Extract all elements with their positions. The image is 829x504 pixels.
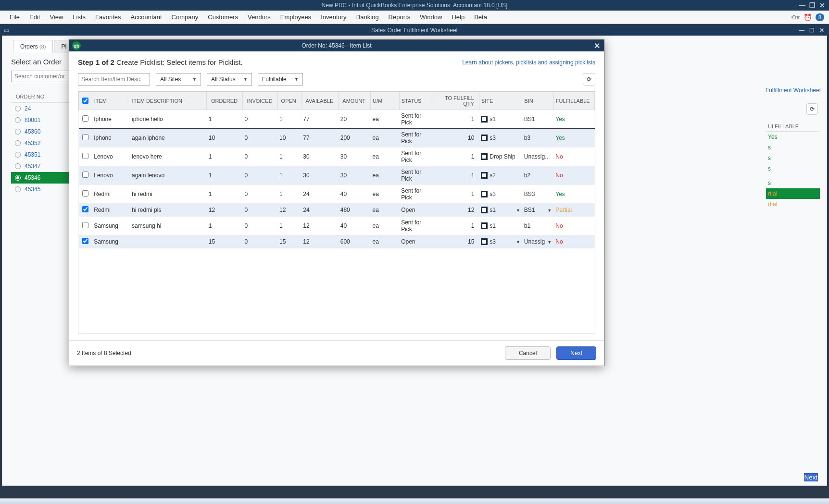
table-row[interactable]: Redmihi redmi1012440eaSent for Pick1s3BS… [79,185,595,204]
chevron-down-icon[interactable]: ▼ [516,208,520,213]
fulfillment-worksheet-link[interactable]: Fulfillment Worksheet [766,87,821,94]
table-row[interactable]: Samsungsamsung hi1011240eaSent for Pick1… [79,217,595,235]
col-status[interactable]: STATUS [399,92,433,110]
chevron-down-icon[interactable]: ▼ [547,208,552,213]
col-invoiced[interactable]: INVOICED [242,92,277,110]
cell-bin[interactable]: Unassig... [522,148,553,166]
chevron-down-icon[interactable]: ▼ [516,240,520,245]
cell-tofulfill[interactable]: 1 [433,217,479,235]
cell-bin[interactable]: BS1▼ [522,204,553,217]
cell-bin[interactable]: BS3 [522,185,553,204]
menu-item-company[interactable]: Company [167,12,203,23]
modal-close-icon[interactable]: ✕ [594,41,600,50]
cell-tofulfill[interactable]: 1 [433,110,479,129]
menu-item-file[interactable]: File [5,12,25,23]
next-button[interactable]: Next [556,346,596,360]
col-amount[interactable]: AMOUNT [339,92,371,110]
table-row[interactable]: Lenovolenovo here1013030eaSent for Pick1… [79,148,595,166]
col-tofulfill[interactable]: TO FULFILL QTY [433,92,479,110]
table-row[interactable]: Redmihi redmi pls1201224480eaOpen12s1▼BS… [79,204,595,217]
cell-bin[interactable]: b3 [522,129,553,148]
menu-item-window[interactable]: Window [415,12,447,23]
cell-bin[interactable]: BS1 [522,110,553,129]
status-filter-dropdown[interactable]: All Status▼ [207,73,252,86]
row-checkbox[interactable] [82,238,88,244]
table-row[interactable]: Samsung1501512600eaOpen15s3▼Unassig▼No [79,235,595,248]
cell-site[interactable]: s1▼ [479,204,522,217]
learn-picklists-link[interactable]: Learn about pickers, picklists and assig… [462,59,595,66]
cell-tofulfill[interactable]: 1 [433,166,479,185]
cell-bin[interactable]: Unassig▼ [522,235,553,248]
reminder-clock-icon[interactable]: ⏰ [804,13,812,21]
menu-item-customers[interactable]: Customers [203,12,243,23]
menu-item-employees[interactable]: Employees [276,12,316,23]
inner-close-icon[interactable]: ✕ [819,27,824,34]
menu-item-edit[interactable]: Edit [25,12,45,23]
close-icon[interactable]: ✕ [819,1,825,9]
cell-tofulfill[interactable]: 10 [433,129,479,148]
col-open[interactable]: OPEN [277,92,301,110]
cell-site[interactable]: s1 [479,110,522,129]
row-checkbox[interactable] [82,222,88,228]
menu-item-banking[interactable]: Banking [352,12,384,23]
col-item[interactable]: ITEM [92,92,130,110]
col-ordered[interactable]: ORDERED [207,92,243,110]
tab-orders-count: (8) [39,44,46,49]
cancel-button[interactable]: Cancel [505,346,551,360]
cell-tofulfill[interactable]: 15 [433,235,479,248]
menu-item-beta[interactable]: Beta [469,12,492,23]
row-checkbox[interactable] [82,206,88,212]
row-checkbox[interactable] [82,153,88,159]
cell-site[interactable]: Drop Ship [479,148,522,166]
notification-badge[interactable]: 8 [816,13,824,21]
window-menu-icon[interactable]: ▭ [1,27,12,34]
cell-site[interactable]: s2 [479,166,522,185]
cell-site[interactable]: s3 [479,185,522,204]
row-checkbox[interactable] [82,115,88,122]
select-all-checkbox[interactable] [82,98,88,104]
col-available[interactable]: AVAILABLE [301,92,338,110]
minimize-icon[interactable]: — [799,1,805,9]
refresh-button[interactable]: ⟳ [806,103,818,115]
table-row[interactable]: Iphoneiphone hello1017720eaSent for Pick… [79,110,595,129]
cell-bin[interactable]: b1 [522,217,553,235]
menu-item-accountant[interactable]: Accountant [126,12,167,23]
chevron-down-icon[interactable]: ▼ [547,240,552,245]
tab-orders[interactable]: Orders (8) [13,40,53,53]
menu-item-view[interactable]: View [45,12,68,23]
menu-item-help[interactable]: Help [447,12,469,23]
menu-item-vendors[interactable]: Vendors [243,12,276,23]
table-row[interactable]: Lenovoagain lenovo1013030eaSent for Pick… [79,166,595,185]
worksheet-next-button[interactable]: Next [804,473,818,481]
menu-item-inventory[interactable]: Inventory [316,12,352,23]
modal-refresh-button[interactable]: ⟳ [583,73,595,86]
maximize-icon[interactable]: ❐ [809,1,816,9]
row-checkbox[interactable] [82,172,88,178]
cell-site[interactable]: s1 [479,217,522,235]
cell-site[interactable]: s3▼ [479,235,522,248]
table-row[interactable]: Iphoneagain iphone1001077200eaSent for P… [79,129,595,148]
menu-item-favorites[interactable]: Favorites [90,12,126,23]
col-fulfillable[interactable]: FULFILLABLE [553,92,594,110]
inner-minimize-icon[interactable]: — [799,27,804,34]
cell-tofulfill[interactable]: 1 [433,148,479,166]
cell-tofulfill[interactable]: 1 [433,185,479,204]
col-um[interactable]: U/M [371,92,400,110]
cell-site[interactable]: s3 [479,129,522,148]
fulfillable-filter-dropdown[interactable]: Fulfillable▼ [258,73,303,86]
col-site[interactable]: SITE [479,92,522,110]
inner-maximize-icon[interactable]: ☐ [809,27,815,34]
cell-bin[interactable]: b2 [522,166,553,185]
row-checkbox[interactable] [82,190,88,197]
menu-item-lists[interactable]: Lists [68,12,90,23]
cell-fulfillable: No [553,235,594,248]
radio-icon [15,152,21,158]
search-item-input[interactable] [78,73,150,86]
sites-filter-dropdown[interactable]: All Sites▼ [156,73,201,86]
menu-item-reports[interactable]: Reports [384,12,415,23]
cell-tofulfill[interactable]: 12 [433,204,479,217]
row-checkbox[interactable] [82,134,88,140]
sync-dropdown-icon[interactable]: ⟲▾ [791,13,800,21]
col-desc[interactable]: ITEM DESCRIPTION [130,92,207,110]
col-bin[interactable]: BIN [522,92,553,110]
